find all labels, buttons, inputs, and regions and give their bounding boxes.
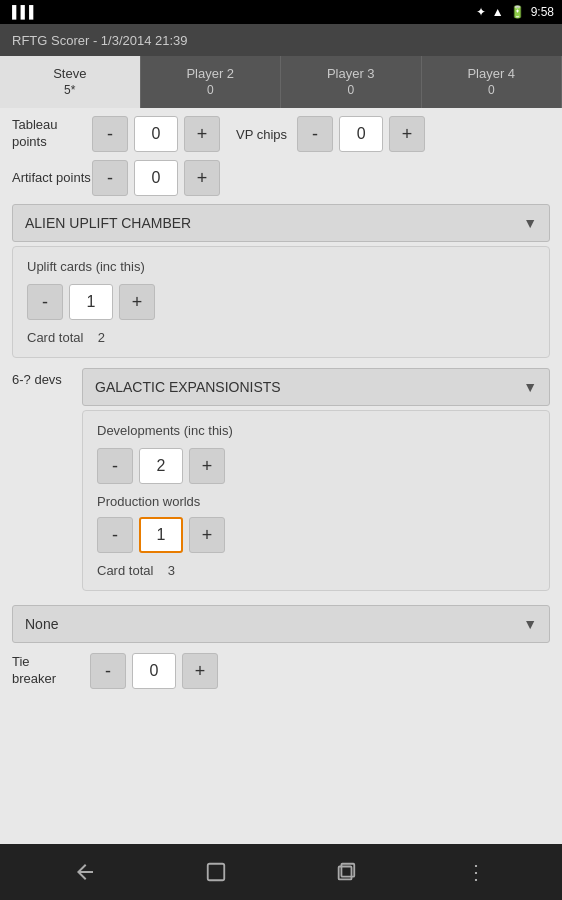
uplift-cards-value: 1 <box>69 284 113 320</box>
tableau-points-value: 0 <box>134 116 178 152</box>
player-tab-score-3: 0 <box>347 83 354 99</box>
player-tab-3[interactable]: Player 3 0 <box>281 56 422 108</box>
galactic-expansionists-row: 6-? devs GALACTIC EXPANSIONISTS ▼ Develo… <box>12 368 550 601</box>
artifact-points-label: Artifact points <box>12 170 92 187</box>
bluetooth-icon: ✦ <box>476 5 486 19</box>
uplift-card-total: Card total 2 <box>27 330 535 345</box>
vp-chips-decrement-button[interactable]: - <box>297 116 333 152</box>
developments-increment-button[interactable]: + <box>189 448 225 484</box>
status-bar-right: ✦ ▲ 🔋 9:58 <box>476 5 554 19</box>
galactic-expansionists-content: GALACTIC EXPANSIONISTS ▼ Developments (i… <box>82 368 550 601</box>
artifact-points-counter: - 0 + <box>92 160 220 196</box>
back-button[interactable] <box>61 848 109 896</box>
tie-breaker-label: Tiebreaker <box>12 654 82 688</box>
vp-chips-increment-button[interactable]: + <box>389 116 425 152</box>
vp-chips-counter: - 0 + <box>297 116 425 152</box>
uplift-card-total-value: 2 <box>98 330 105 345</box>
production-worlds-label: Production worlds <box>97 494 535 509</box>
battery-icon: 🔋 <box>510 5 525 19</box>
uplift-card-total-label: Card total <box>27 330 83 345</box>
vp-chips-label: VP chips <box>236 127 287 142</box>
time-display: 9:58 <box>531 5 554 19</box>
player-tab-name-2: Player 2 <box>186 66 234 83</box>
developments-counter: - 2 + <box>97 448 535 484</box>
tie-breaker-increment-button[interactable]: + <box>182 653 218 689</box>
production-worlds-counter: - 1 + <box>97 517 535 553</box>
galactic-card-total: Card total 3 <box>97 563 535 578</box>
recents-button[interactable] <box>322 848 370 896</box>
player-tab-score-4: 0 <box>488 83 495 99</box>
tie-breaker-value: 0 <box>132 653 176 689</box>
none-dropdown[interactable]: None ▼ <box>12 605 550 643</box>
player-tab-score-2: 0 <box>207 83 214 99</box>
tableau-increment-button[interactable]: + <box>184 116 220 152</box>
player-tab-name-steve: Steve <box>53 66 86 83</box>
status-bar-left: ▐▐▐ <box>8 5 34 19</box>
uplift-cards-decrement-button[interactable]: - <box>27 284 63 320</box>
status-bar: ▐▐▐ ✦ ▲ 🔋 9:58 <box>0 0 562 24</box>
tie-breaker-decrement-button[interactable]: - <box>90 653 126 689</box>
developments-value: 2 <box>139 448 183 484</box>
alien-uplift-label: ALIEN UPLIFT CHAMBER <box>25 215 191 231</box>
signal-icon: ▐▐▐ <box>8 5 34 19</box>
player-tab-score-steve: 5* <box>64 83 75 99</box>
tableau-points-row: Tableau points - 0 + VP chips - 0 + <box>12 116 550 152</box>
galactic-card-total-value: 3 <box>168 563 175 578</box>
alien-uplift-card-section: Uplift cards (inc this) - 1 + Card total… <box>12 246 550 358</box>
uplift-cards-title: Uplift cards (inc this) <box>27 259 535 274</box>
player-tab-name-4: Player 4 <box>467 66 515 83</box>
developments-title: Developments (inc this) <box>97 423 535 438</box>
none-dropdown-chevron-icon: ▼ <box>523 616 537 632</box>
vp-chips-value: 0 <box>339 116 383 152</box>
menu-button[interactable]: ⋮ <box>453 848 501 896</box>
none-dropdown-label: None <box>25 616 58 632</box>
app-title: RFTG Scorer - 1/3/2014 21:39 <box>12 33 188 48</box>
galactic-expansionists-chevron-icon: ▼ <box>523 379 537 395</box>
wifi-icon: ▲ <box>492 5 504 19</box>
artifact-points-value: 0 <box>134 160 178 196</box>
production-worlds-increment-button[interactable]: + <box>189 517 225 553</box>
home-button[interactable] <box>192 848 240 896</box>
svg-rect-0 <box>208 864 225 881</box>
tableau-points-label: Tableau points <box>12 117 92 151</box>
tie-breaker-row: Tiebreaker - 0 + <box>12 653 550 689</box>
player-tab-2[interactable]: Player 2 0 <box>141 56 282 108</box>
tableau-decrement-button[interactable]: - <box>92 116 128 152</box>
devs-side-label: 6-? devs <box>12 368 82 389</box>
player-tabs: Steve 5* Player 2 0 Player 3 0 Player 4 … <box>0 56 562 108</box>
galactic-expansionists-label: GALACTIC EXPANSIONISTS <box>95 379 281 395</box>
main-content: Tableau points - 0 + VP chips - 0 + Arti… <box>0 108 562 844</box>
player-tab-steve[interactable]: Steve 5* <box>0 56 141 108</box>
galactic-expansionists-card-section: Developments (inc this) - 2 + Production… <box>82 410 550 591</box>
nav-bar: ⋮ <box>0 844 562 900</box>
artifact-increment-button[interactable]: + <box>184 160 220 196</box>
alien-uplift-dropdown[interactable]: ALIEN UPLIFT CHAMBER ▼ <box>12 204 550 242</box>
uplift-cards-counter: - 1 + <box>27 284 535 320</box>
player-tab-4[interactable]: Player 4 0 <box>422 56 563 108</box>
tie-breaker-counter: - 0 + <box>90 653 218 689</box>
alien-uplift-chevron-icon: ▼ <box>523 215 537 231</box>
galactic-expansionists-dropdown[interactable]: GALACTIC EXPANSIONISTS ▼ <box>82 368 550 406</box>
artifact-points-row: Artifact points - 0 + <box>12 160 550 196</box>
player-tab-name-3: Player 3 <box>327 66 375 83</box>
production-worlds-decrement-button[interactable]: - <box>97 517 133 553</box>
galactic-card-total-label: Card total <box>97 563 153 578</box>
title-bar: RFTG Scorer - 1/3/2014 21:39 <box>0 24 562 56</box>
developments-decrement-button[interactable]: - <box>97 448 133 484</box>
tableau-points-counter: - 0 + <box>92 116 220 152</box>
uplift-cards-increment-button[interactable]: + <box>119 284 155 320</box>
production-worlds-value[interactable]: 1 <box>139 517 183 553</box>
artifact-decrement-button[interactable]: - <box>92 160 128 196</box>
